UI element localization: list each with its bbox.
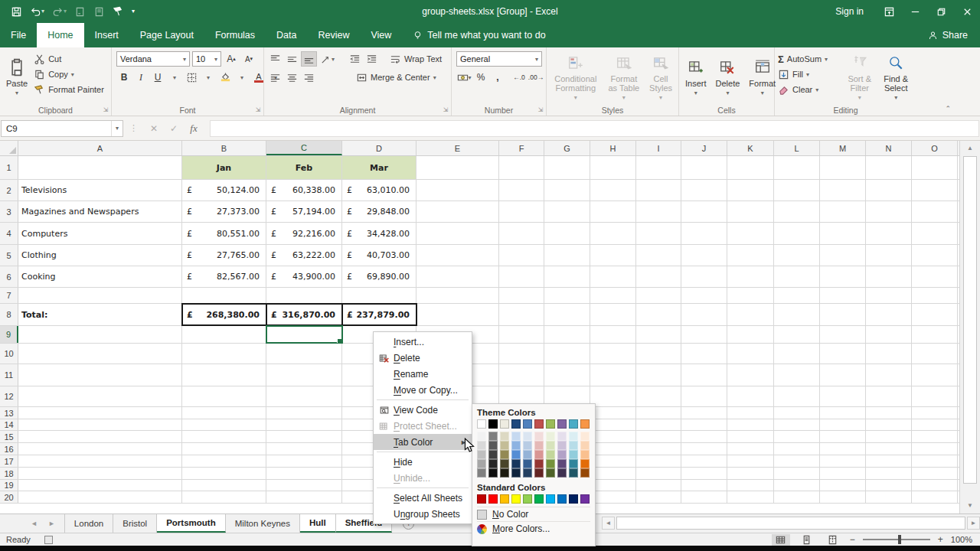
cell-l7[interactable] [774, 288, 820, 303]
cell-k8[interactable] [727, 304, 774, 325]
standard-color-swatch[interactable] [534, 494, 544, 504]
theme-color-variant-swatch[interactable] [500, 441, 509, 450]
cell-b5[interactable]: £27,765.00 [182, 245, 266, 266]
cell-h20[interactable] [590, 491, 636, 503]
cell-l12[interactable] [774, 386, 820, 406]
theme-color-variant-swatch[interactable] [511, 432, 521, 441]
insert-cells-button[interactable]: Insert▾ [681, 50, 711, 103]
cell-f11[interactable] [499, 364, 544, 386]
standard-color-swatch[interactable] [569, 494, 578, 504]
cell-e2[interactable] [416, 180, 499, 201]
cell-l9[interactable] [774, 326, 820, 343]
align-right-button[interactable] [301, 70, 316, 85]
cell-n15[interactable] [866, 431, 912, 442]
cell-b16[interactable] [182, 443, 266, 455]
cell-a5[interactable]: Clothing [18, 245, 182, 266]
cell-h19[interactable] [590, 480, 636, 491]
cell-n3[interactable] [866, 201, 912, 222]
cell-o4[interactable] [912, 223, 958, 244]
cell-h7[interactable] [590, 288, 636, 303]
cell-a10[interactable] [18, 344, 182, 364]
cell-i19[interactable] [636, 480, 681, 491]
clipboard-dialog-launcher[interactable]: ⇲ [102, 106, 109, 114]
cell-o18[interactable] [912, 468, 958, 479]
cell-h2[interactable] [590, 180, 636, 201]
page-break-view-button[interactable] [824, 534, 842, 546]
theme-color-variant-swatch[interactable] [511, 459, 521, 468]
theme-color-variant-swatch[interactable] [580, 468, 590, 478]
row-header-8[interactable]: 8 [0, 304, 18, 325]
menu-item-select-all-sheets[interactable]: Select All Sheets [374, 490, 472, 506]
cell-b4[interactable]: £80,551.00 [182, 223, 266, 244]
cell-a19[interactable] [18, 480, 182, 491]
cell-k9[interactable] [727, 326, 774, 343]
cell-b13[interactable] [182, 407, 266, 419]
custom-command-2-icon[interactable] [93, 6, 105, 18]
column-header-m[interactable]: M [820, 141, 866, 155]
cell-n20[interactable] [866, 491, 912, 503]
cell-l11[interactable] [774, 364, 820, 386]
scroll-right-icon[interactable]: ► [967, 517, 980, 530]
theme-color-variant-swatch[interactable] [569, 432, 578, 441]
cell-k15[interactable] [727, 431, 774, 442]
cell-i3[interactable] [636, 201, 681, 222]
column-header-e[interactable]: E [416, 141, 499, 155]
cancel-formula-icon[interactable]: ✕ [144, 123, 164, 134]
cell-o7[interactable] [912, 288, 958, 303]
theme-color-variant-swatch[interactable] [477, 459, 486, 468]
cut-button[interactable]: Cut [32, 51, 106, 67]
cell-a9[interactable] [18, 326, 182, 343]
conditional-formatting-button[interactable]: Conditional Formatting▾ [548, 50, 603, 103]
cell-l16[interactable] [774, 443, 820, 455]
undo-icon[interactable]: ▾ [30, 6, 44, 18]
standard-color-swatch[interactable] [488, 494, 498, 504]
theme-color-variant-swatch[interactable] [569, 450, 578, 459]
vertical-scrollbar[interactable]: ▲ ▼ [959, 141, 980, 514]
ribbon-tab-insert[interactable]: Insert [84, 23, 129, 47]
decrease-indent-button[interactable] [347, 51, 362, 67]
cell-m15[interactable] [820, 431, 866, 442]
cell-d5[interactable]: £40,703.00 [342, 245, 416, 266]
cell-i18[interactable] [636, 468, 681, 479]
cell-f6[interactable] [499, 266, 544, 287]
theme-color-variant-swatch[interactable] [534, 450, 544, 459]
theme-color-variant-swatch[interactable] [569, 441, 578, 450]
vertical-scroll-thumb[interactable] [963, 156, 977, 484]
cell-c6[interactable]: £43,900.00 [266, 266, 342, 287]
menu-item-hide[interactable]: Hide [374, 454, 472, 470]
cell-o2[interactable] [912, 180, 958, 201]
format-painter-qat-icon[interactable] [113, 6, 124, 18]
scroll-left-icon[interactable]: ◄ [602, 517, 615, 530]
theme-color-variant-swatch[interactable] [534, 441, 544, 450]
cell-b6[interactable]: £82,567.00 [182, 266, 266, 287]
zoom-in-button[interactable]: + [938, 534, 943, 545]
cell-j13[interactable] [681, 407, 727, 419]
cell-m14[interactable] [820, 419, 866, 430]
cell-c3[interactable]: £57,194.00 [266, 201, 342, 222]
cell-n18[interactable] [866, 468, 912, 479]
theme-color-variant-swatch[interactable] [546, 468, 555, 478]
cell-j5[interactable] [681, 245, 727, 266]
cell-b17[interactable] [182, 455, 266, 467]
theme-color-variant-swatch[interactable] [557, 468, 567, 478]
cell-g11[interactable] [544, 364, 590, 386]
cell-h5[interactable] [590, 245, 636, 266]
column-header-j[interactable]: J [681, 141, 727, 155]
cell-l20[interactable] [774, 491, 820, 503]
cell-e1[interactable] [416, 156, 499, 179]
cell-i13[interactable] [636, 407, 681, 419]
cell-l8[interactable] [774, 304, 820, 325]
theme-color-variant-swatch[interactable] [557, 459, 567, 468]
cell-h17[interactable] [590, 455, 636, 467]
cell-n4[interactable] [866, 223, 912, 244]
menu-item-rename[interactable]: Rename [374, 366, 472, 382]
cell-n2[interactable] [866, 180, 912, 201]
cell-n5[interactable] [866, 245, 912, 266]
cell-g9[interactable] [544, 326, 590, 343]
cell-m10[interactable] [820, 344, 866, 364]
cell-k5[interactable] [727, 245, 774, 266]
theme-color-swatch[interactable] [569, 419, 578, 429]
cell-g5[interactable] [544, 245, 590, 266]
theme-color-swatch[interactable] [488, 419, 498, 429]
cell-m17[interactable] [820, 455, 866, 467]
